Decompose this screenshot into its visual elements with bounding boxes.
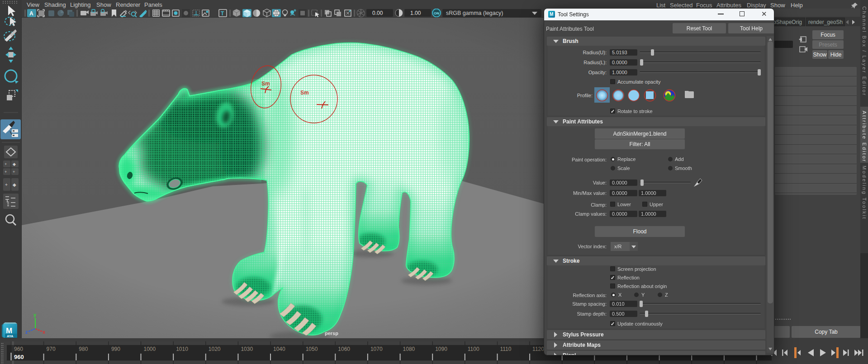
svg-text:T: T	[221, 10, 224, 17]
svg-text:persp: persp	[325, 331, 338, 336]
svg-text:+: +	[5, 182, 8, 187]
svg-text:1020: 1020	[209, 346, 221, 352]
svg-text:970: 970	[47, 346, 56, 352]
svg-text:1000: 1000	[144, 346, 156, 352]
svg-text:AYA: AYA	[7, 334, 14, 338]
svg-text:A: A	[29, 10, 33, 17]
svg-text:+: +	[5, 162, 7, 166]
svg-text:990: 990	[111, 346, 120, 352]
svg-text:+: +	[13, 170, 15, 174]
svg-text:0.00: 0.00	[372, 10, 383, 16]
svg-text:sRGB gamma (legacy): sRGB gamma (legacy)	[446, 10, 503, 16]
svg-text:1030: 1030	[241, 346, 253, 352]
svg-text:1120: 1120	[532, 346, 544, 352]
svg-text:980: 980	[79, 346, 88, 352]
svg-text:960: 960	[14, 354, 24, 360]
svg-text:1050: 1050	[306, 346, 318, 352]
svg-text:Sm: Sm	[261, 80, 270, 87]
svg-text:960: 960	[14, 346, 23, 352]
svg-text:◆: ◆	[13, 162, 16, 166]
svg-text:x: x	[43, 329, 46, 335]
svg-text:1080: 1080	[403, 346, 415, 352]
svg-text:z: z	[25, 329, 28, 335]
svg-text:Sm: Sm	[300, 90, 309, 96]
svg-text:1090: 1090	[435, 346, 447, 352]
svg-text:1100: 1100	[468, 346, 479, 352]
svg-text:y: y	[33, 312, 37, 317]
svg-text:1110: 1110	[500, 346, 512, 352]
svg-text:1.00: 1.00	[410, 10, 421, 16]
svg-text:1040: 1040	[273, 346, 285, 352]
svg-text:1070: 1070	[370, 346, 383, 352]
svg-text:1010: 1010	[176, 346, 188, 352]
svg-text:◆: ◆	[13, 182, 16, 187]
svg-text:ON: ON	[434, 11, 439, 15]
svg-text:+: +	[5, 170, 7, 174]
svg-text:1060: 1060	[338, 346, 350, 352]
